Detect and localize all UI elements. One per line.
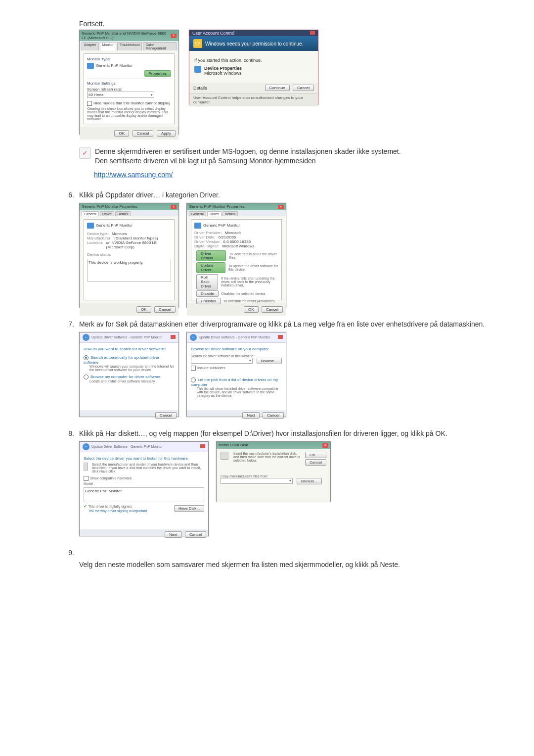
close-icon[interactable]: × — [171, 34, 177, 38]
option-browse-desc: Locate and install driver software manua… — [89, 379, 175, 383]
close-icon[interactable]: × — [171, 205, 177, 209]
next-button[interactable]: Next — [242, 412, 259, 419]
close-icon[interactable] — [310, 31, 315, 35]
install-disk-msg: Insert the manufacturer's installation d… — [233, 452, 300, 462]
manufacturer-label: Manufacturer: — [87, 236, 111, 240]
disable-desc: Disables the selected device. — [222, 292, 267, 295]
tab-driver[interactable]: Driver — [100, 211, 114, 216]
uac-footer: User Account Control helps stop unauthor… — [189, 93, 318, 106]
device-status-box: This device is working properly. — [87, 259, 171, 282]
option-auto-search[interactable]: Search automatically for updated driver … — [84, 355, 159, 365]
radio-pick[interactable] — [191, 378, 196, 382]
back-icon[interactable]: ← — [190, 334, 197, 341]
back-icon[interactable]: ← — [83, 334, 89, 341]
signing-link[interactable]: Tell me why driver signing is important — [89, 509, 147, 513]
note-icon: ✓ — [79, 147, 91, 159]
next-button[interactable]: Next — [165, 531, 181, 538]
device-name: Generic PnP Monitor — [96, 223, 133, 228]
cancel-button[interactable]: Cancel — [185, 531, 206, 538]
wizard-heading: Browse for driver software on your compu… — [191, 347, 282, 351]
signed-icon: ✔ — [84, 504, 87, 509]
include-subfolders-checkbox[interactable] — [191, 366, 196, 371]
monitor-icon — [87, 63, 94, 69]
ok-button[interactable]: OK — [244, 306, 259, 313]
tab-monitor[interactable]: Monitor — [100, 42, 116, 50]
close-icon[interactable] — [171, 335, 176, 339]
ok-button[interactable]: OK — [136, 306, 151, 313]
continue-button[interactable]: Continue — [265, 85, 290, 91]
uac-header: 🛡 Windows needs your permission to conti… — [189, 36, 318, 51]
cancel-button[interactable]: Cancel — [262, 306, 283, 313]
uac-titlebar: User Account Control — [189, 30, 318, 36]
monitor-settings-label: Monitor Settings — [87, 81, 171, 86]
rollback-desc: If the device fails after updating the d… — [221, 277, 278, 287]
cancel-button[interactable]: Cancel — [133, 130, 154, 137]
cancel-button[interactable]: Cancel — [154, 306, 176, 313]
option-browse[interactable]: Browse my computer for driver software — [90, 375, 160, 379]
update-driver-button[interactable]: Update Driver... — [196, 262, 225, 273]
tab-troubleshoot[interactable]: Troubleshoot — [117, 42, 142, 50]
option-pick-list[interactable]: Let me pick from a list of device driver… — [191, 378, 278, 387]
compat-checkbox[interactable] — [84, 476, 89, 481]
monitor-icon — [87, 223, 94, 229]
device-type-label: Device type: — [87, 232, 109, 236]
cancel-button[interactable]: Cancel — [263, 412, 284, 419]
compat-label: Show compatible hardware — [90, 476, 132, 480]
radio-auto[interactable] — [84, 355, 89, 360]
close-icon[interactable]: × — [278, 205, 284, 209]
ok-button[interactable]: OK — [114, 130, 129, 137]
tab-color-management[interactable]: Color Management — [143, 42, 177, 50]
cancel-button[interactable]: Cancel — [305, 459, 326, 466]
tab-general[interactable]: General — [189, 211, 206, 216]
disk-icon — [84, 463, 88, 471]
uac-title: User Account Control — [192, 31, 234, 36]
dialog-title: Install From Disk — [219, 443, 248, 447]
back-icon[interactable]: ← — [83, 443, 89, 450]
browse-button[interactable]: Browse... — [297, 478, 322, 484]
driver-details-button[interactable]: Driver Details — [196, 250, 226, 261]
dialog-title: Generic PnP Monitor Properties — [189, 204, 245, 209]
model-list[interactable]: Generic PnP Monitor — [84, 487, 204, 502]
browse-button[interactable]: Browse... — [257, 358, 282, 364]
driver-date-value: 6/21/2006 — [219, 235, 236, 239]
update-driver-desc: To update the driver software for this d… — [228, 264, 278, 271]
close-icon[interactable] — [278, 335, 283, 339]
wizard-heading: Select the device driver you want to ins… — [84, 456, 204, 461]
disable-button[interactable]: Disable — [196, 290, 219, 297]
properties-button[interactable]: Properties — [144, 70, 171, 77]
shield-icon: 🛡 — [193, 39, 202, 48]
path-dropdown[interactable] — [191, 358, 253, 364]
samsung-url[interactable]: http://www.samsung.com/ — [94, 171, 504, 179]
apply-button[interactable]: Apply — [157, 130, 176, 137]
tab-details[interactable]: Details — [115, 211, 131, 216]
window-controls: × — [170, 33, 177, 38]
tab-driver[interactable]: Driver — [207, 211, 222, 216]
cancel-button[interactable]: Cancel — [293, 85, 314, 91]
uac-app-name: Device Properties — [204, 66, 242, 71]
tab-general[interactable]: General — [82, 211, 99, 216]
tab-adapter[interactable]: Adapter — [82, 42, 99, 50]
wizard-heading: How do you want to search for driver sof… — [84, 347, 175, 351]
uninstall-button[interactable]: Uninstall — [196, 298, 221, 304]
signed-text: This driver is digitally signed. — [88, 505, 132, 508]
dialog-title: Generic PnP Monitor and NVIDIA GeForce 8… — [82, 31, 170, 40]
select-driver-dialog: ←Update Driver Software - Generic PnP Mo… — [79, 441, 209, 536]
signer-value: microsoft windows — [222, 244, 254, 248]
driver-version-label: Driver Version: — [194, 239, 220, 244]
tab-details[interactable]: Details — [222, 211, 238, 216]
copy-path-dropdown[interactable] — [221, 478, 293, 484]
ok-button[interactable]: OK — [305, 452, 326, 458]
details-toggle[interactable]: Details — [193, 86, 207, 91]
refresh-rate-dropdown[interactable]: 60 Hertz — [87, 92, 154, 98]
close-icon[interactable] — [200, 444, 205, 448]
step-9-text: Velg den neste modellen som samsvarer me… — [79, 561, 504, 568]
provider-value: Microsoft — [225, 231, 241, 235]
rollback-driver-button[interactable]: Roll Back Driver — [196, 274, 218, 289]
radio-browse[interactable] — [84, 375, 89, 379]
have-disk-button[interactable]: Have Disk... — [174, 505, 204, 512]
copy-from-label: Copy manufacturer's files from: — [221, 474, 326, 478]
cancel-button[interactable]: Cancel — [155, 412, 177, 419]
close-icon[interactable]: × — [322, 443, 328, 448]
driver-date-label: Driver Date: — [194, 235, 216, 239]
hide-modes-checkbox[interactable] — [87, 101, 92, 106]
